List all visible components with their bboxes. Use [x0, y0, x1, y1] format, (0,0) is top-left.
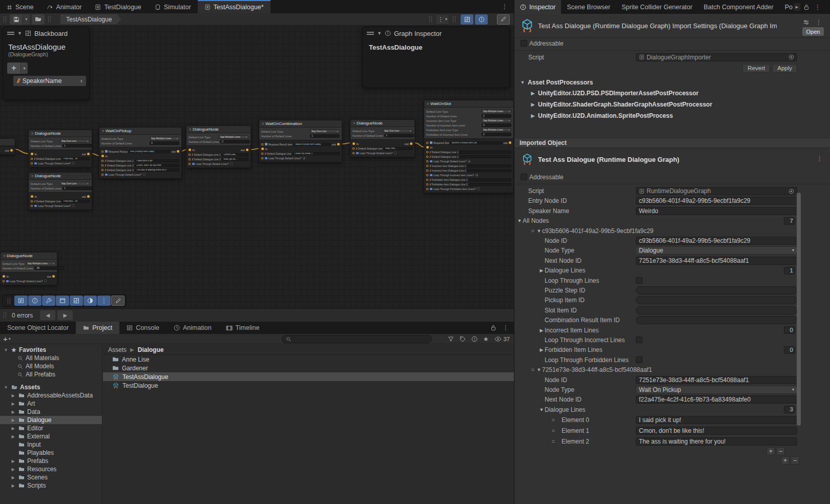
- dialogue-line-field[interactable]: Nice, tha...: [384, 147, 412, 150]
- save-dropdown-button[interactable]: ▾: [23, 14, 30, 25]
- field-port-icon[interactable]: [426, 165, 428, 167]
- dialogue-line-field[interactable]: Pool boy... W: [62, 200, 90, 203]
- search-by-label-icon[interactable]: [460, 336, 466, 342]
- tab-inspector[interactable]: Inspector: [514, 0, 561, 14]
- array-remove-button[interactable]: −: [791, 456, 799, 465]
- dialogue-node-4[interactable]: ≡DialogueNode Default Line TypeSay One L…: [350, 119, 415, 157]
- dialogue-line-field[interactable]: I need my meat :): [293, 152, 340, 155]
- graph-inspector-panel[interactable]: ▼Graph Inspector TestAssDialogue: [362, 27, 510, 88]
- drag-handle[interactable]: [4, 16, 6, 23]
- line-type-dropdown[interactable]: Say One Line▾: [60, 182, 90, 185]
- required-pickup-object-field[interactable]: Ass (Pickup Item Data): [129, 150, 170, 153]
- count-field[interactable]: -55: [34, 266, 64, 270]
- element-2-field[interactable]: The ass is waiting there for you!: [636, 437, 797, 446]
- output-port-icon[interactable]: [177, 150, 179, 153]
- tab-scene[interactable]: Scene: [0, 0, 40, 13]
- tree-folder-art[interactable]: ▶Art: [0, 400, 102, 408]
- field-port-icon[interactable]: [352, 148, 355, 150]
- array-add-button[interactable]: +: [766, 447, 775, 455]
- dialogue-line-field[interactable]: I said pick it up!: [135, 159, 179, 162]
- required-result-item-object-field[interactable]: Meat (Pickup Item Data): [294, 143, 330, 146]
- wait-on-pickup-node[interactable]: ≡WaitOnPickup Default Line TypeSay Multi…: [99, 127, 182, 179]
- field-port-icon[interactable]: [426, 170, 428, 172]
- loop-through-lines-checkbox[interactable]: [636, 277, 642, 284]
- kebab-icon[interactable]: ⋮: [815, 4, 821, 11]
- assets-root[interactable]: ▼Assets: [0, 383, 102, 391]
- tab-timeline[interactable]: Timeline: [219, 322, 267, 334]
- favorite-all-models[interactable]: All Models: [0, 362, 102, 370]
- tree-folder-data[interactable]: ▶Data: [0, 408, 102, 416]
- input-port-icon[interactable]: [101, 155, 104, 157]
- blackboard-panel[interactable]: ▼Blackboard TestAssDialogue (DialogueGra…: [3, 27, 90, 100]
- line-type-dropdown[interactable]: Say Multiple Lines▾: [482, 119, 511, 122]
- node-id-field[interactable]: c93b5606-401f-49a2-99b5-9ecbf1fa9c29: [636, 237, 797, 245]
- dialogue-node-1[interactable]: ≡DialogueNode Default Line TypeSay One L…: [28, 130, 92, 167]
- speaker-name-field[interactable]: Weirdo: [636, 207, 797, 215]
- dialogue-node-3[interactable]: ≡DialogueNode Default Line TypeSay Multi…: [186, 125, 251, 168]
- edit-mode-button[interactable]: [497, 14, 510, 25]
- field-port-icon[interactable]: [352, 152, 355, 154]
- favorite-all-prefabs[interactable]: All Prefabs: [0, 370, 102, 379]
- drag-handle-icon[interactable]: =: [530, 367, 536, 373]
- input-port-icon[interactable]: [3, 275, 5, 278]
- search-input[interactable]: [294, 336, 417, 342]
- file-row-anne-lise[interactable]: Anne Lise: [103, 355, 514, 364]
- dialogue-line-field[interactable]: Ohhhh yea...: [222, 153, 248, 156]
- field-port-icon[interactable]: [426, 151, 428, 153]
- line-type-dropdown[interactable]: Say Multiple Lines▾: [26, 262, 56, 265]
- count-field[interactable]: 1: [384, 134, 414, 137]
- tree-folder-external[interactable]: ▶External: [0, 432, 102, 440]
- visibility-eye-icon[interactable]: [494, 337, 502, 342]
- next-node-id-field[interactable]: 7251e73e-38d3-44ff-a8c5-bcf54088aaf1: [636, 257, 797, 265]
- tab-testassdialogue[interactable]: TestAssDialogue*: [198, 0, 271, 13]
- lock-icon[interactable]: [490, 325, 496, 331]
- file-row-testassdialogue[interactable]: TestAssDialogue: [103, 372, 514, 381]
- array-size-field[interactable]: 3: [784, 406, 795, 413]
- project-search-field[interactable]: [282, 335, 432, 343]
- forbidden-item-lines-foldout[interactable]: ▶Forbidden Item Lines0: [514, 345, 830, 355]
- input-port-icon[interactable]: [426, 146, 429, 149]
- apply-button[interactable]: Apply: [772, 64, 797, 73]
- array-size-field[interactable]: 7: [784, 217, 795, 225]
- saved-search-star-icon[interactable]: ★: [483, 335, 489, 343]
- foldout-open-icon[interactable]: ▼: [3, 348, 9, 352]
- script-object-field[interactable]: RuntimeDialogueGraph: [636, 187, 797, 195]
- add-variable-dropdown[interactable]: ▾: [20, 62, 28, 74]
- loop-checkbox[interactable]: [143, 173, 146, 176]
- breadcrumb-dialogue[interactable]: Dialogue: [138, 346, 164, 353]
- postprocessor-row[interactable]: ▶UnityEditor.ShaderGraph.ShaderGraphAsse…: [514, 99, 830, 110]
- output-port-icon[interactable]: [10, 149, 13, 152]
- tree-folder-scripts[interactable]: ▶Scripts: [0, 481, 102, 490]
- tab-animation[interactable]: Animation: [167, 322, 219, 334]
- field-port-icon[interactable]: [426, 188, 428, 190]
- count-field[interactable]: 1: [63, 186, 92, 190]
- dialogue-node-5[interactable]: ≡DialogueNode Default Line TypeSay Multi…: [0, 252, 57, 285]
- inspector-scrollbar-thumb[interactable]: [797, 193, 801, 426]
- field-port-icon[interactable]: [189, 163, 191, 165]
- script-object-field[interactable]: DialogueGraphImporter: [636, 53, 797, 61]
- collapse-arrow-icon[interactable]: ▼: [377, 31, 382, 36]
- loop-checkbox[interactable]: [303, 157, 305, 159]
- tab-animator[interactable]: Animator: [40, 0, 88, 13]
- field-port-icon[interactable]: [189, 158, 191, 160]
- line-type-dropdown[interactable]: Say One Line▾: [60, 139, 90, 143]
- dialogue-line-field[interactable]: [460, 151, 511, 154]
- blackboard-variable-speakername[interactable]: // SpeakerName ‹: [13, 76, 86, 86]
- tree-folder-dialogue[interactable]: ▶Dialogue: [0, 416, 102, 424]
- tab-truncated[interactable]: Po: [779, 0, 793, 14]
- open-button[interactable]: Open: [802, 27, 824, 36]
- line-type-dropdown[interactable]: Say Multiple Lines▾: [482, 128, 511, 132]
- alert-icon[interactable]: [471, 336, 478, 342]
- tab-project[interactable]: Project: [76, 322, 119, 334]
- loop-through-incorrect-checkbox[interactable]: [636, 337, 642, 343]
- output-port-icon[interactable]: [509, 141, 511, 144]
- next-error-button[interactable]: ▶: [57, 310, 73, 320]
- panels-toggle-button[interactable]: [70, 296, 83, 306]
- window-menu-button[interactable]: ⋮: [502, 0, 508, 13]
- field-port-icon[interactable]: [426, 142, 428, 144]
- favorite-all-materials[interactable]: All Materials: [0, 354, 102, 362]
- required-slot-object-field[interactable]: Bonfire (Pickup Item Da: [450, 141, 503, 144]
- foldout-icon[interactable]: ▶: [10, 418, 16, 423]
- array-remove-button[interactable]: −: [776, 447, 785, 455]
- wait-on-combination-node[interactable]: ≡WaitOnCombination Default Line TypeSay …: [259, 120, 342, 162]
